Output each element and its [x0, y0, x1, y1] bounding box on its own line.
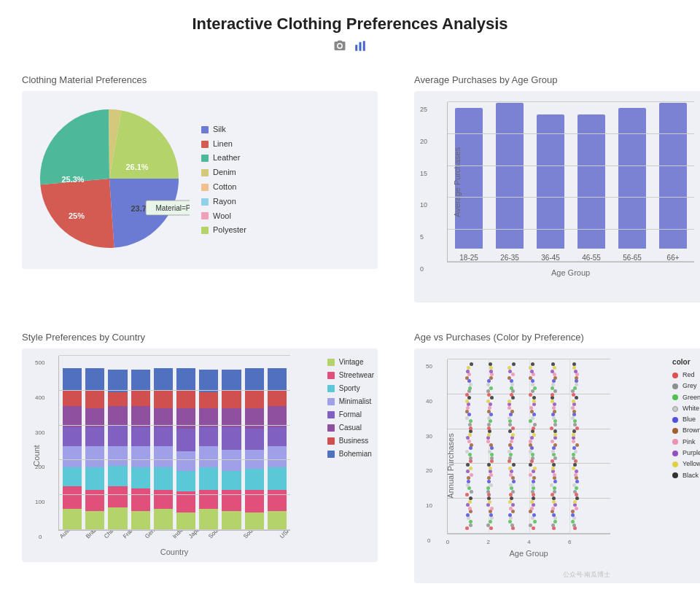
stacked-chart-inner: 0 100 200 300 400 500: [58, 356, 290, 531]
stacked-bar-usa[interactable]: [268, 368, 287, 530]
stacked-bar-india[interactable]: [176, 368, 195, 530]
bar-36-45[interactable]: 36-45: [537, 114, 564, 262]
svg-rect-1: [359, 42, 362, 51]
scatter-chart-title: Age vs Purchases (Color by Preference): [414, 332, 700, 343]
stacked-x-label: Country: [58, 548, 290, 562]
stacked-bar-france[interactable]: [131, 370, 150, 530]
stacked-bar-brazil[interactable]: [85, 368, 104, 530]
scatter-legend: color Red Grey Green White Blue Brown Pi…: [672, 356, 700, 481]
watermark: 公众号·南瓜博士: [563, 570, 611, 580]
stacked-legend: Vintage Streetwear Sporty Minimalist For…: [327, 356, 374, 461]
stacked-bar-china[interactable]: [108, 370, 127, 530]
svg-rect-0: [355, 45, 357, 51]
bar-chart-icon[interactable]: [354, 39, 367, 55]
stacked-bar-australia[interactable]: [63, 368, 82, 530]
bar-y-label: Average Purchases: [453, 147, 462, 217]
svg-rect-2: [363, 41, 365, 51]
bar-66-plus[interactable]: 66+: [659, 103, 687, 262]
svg-text:25.3%: 25.3%: [61, 175, 84, 184]
bar-chart-section: Average Purchases by Age Group Average P…: [407, 67, 700, 310]
bar-56-65[interactable]: 56-65: [618, 108, 646, 262]
bar-x-label: Age Group: [447, 268, 694, 277]
pie-svg: 26.1% 25.3% 25% 23.7% Material=Polyester: [29, 98, 190, 262]
page-title: Interactive Clothing Preferences Analysi…: [15, 15, 685, 34]
charts-grid: Clothing Material Preferences 26.1% 25: [15, 67, 685, 591]
stacked-bar-germany[interactable]: [154, 368, 173, 530]
bar-chart-container: Average Purchases 0 5 10 15 20 25 18-25 …: [414, 91, 700, 303]
bar-chart-title: Average Purchases by Age Group: [414, 74, 700, 85]
bar-46-55[interactable]: 46-55: [578, 114, 605, 262]
stacked-bar-japan[interactable]: [199, 370, 218, 530]
toolbar: [15, 39, 685, 55]
svg-text:Material=Polyester: Material=Polyester: [155, 204, 190, 212]
stacked-y-label: Count: [32, 445, 41, 466]
pie-chart-title: Clothing Material Preferences: [22, 74, 378, 85]
pie-legend: Silk Linen Leather Denim Cotton Rayon Wo…: [201, 122, 246, 238]
scatter-plot: 0 10 20 30 40 50 0 2 4 6: [447, 359, 610, 534]
pie-chart-section: Clothing Material Preferences 26.1% 25: [15, 67, 385, 310]
pie-chart-container: 26.1% 25.3% 25% 23.7% Material=Polyester…: [22, 91, 378, 269]
scatter-chart-section: Age vs Purchases (Color by Preference) A…: [407, 324, 700, 591]
scatter-x-label: Age Group: [447, 549, 610, 558]
svg-text:25%: 25%: [69, 211, 85, 220]
stacked-chart-title: Style Preferences by Country: [22, 332, 378, 343]
stacked-bar-south-korea[interactable]: [245, 368, 264, 530]
svg-text:26.1%: 26.1%: [125, 163, 148, 171]
camera-icon[interactable]: [333, 39, 346, 55]
bar-26-35[interactable]: 26-35: [496, 103, 524, 262]
stacked-chart-section: Style Preferences by Country Count 0 100…: [15, 324, 385, 591]
bar-chart-inner: Average Purchases 0 5 10 15 20 25 18-25 …: [447, 102, 694, 262]
stacked-bar-south-africa[interactable]: [222, 370, 241, 530]
